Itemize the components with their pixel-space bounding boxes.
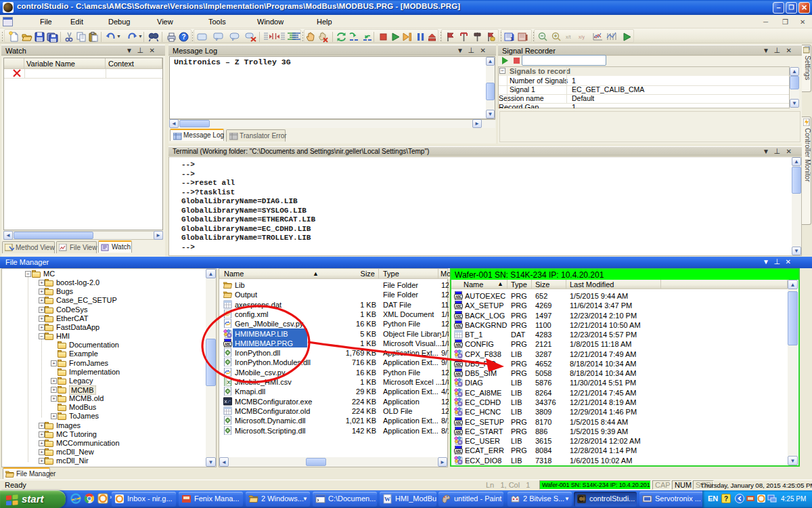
svg-text:1: 1: [510, 36, 514, 42]
svg-text:e: e: [74, 494, 77, 503]
svg-text:ABC: ABC: [455, 343, 462, 347]
svg-text:W: W: [384, 496, 390, 503]
svg-text:ABC: ABC: [455, 429, 462, 433]
svg-text:x/y: x/y: [579, 35, 585, 40]
svg-text:x/t: x/t: [566, 35, 570, 39]
svg-text:ABC: ABC: [455, 323, 462, 327]
svg-text:ABC: ABC: [455, 420, 462, 424]
svg-text:ABC: ABC: [455, 362, 462, 366]
svg-text:ABC: ABC: [455, 372, 462, 376]
svg-text:ABC: ABC: [225, 341, 231, 345]
svg-text:ABC: ABC: [455, 314, 462, 318]
svg-text:ABC: ABC: [455, 449, 462, 453]
svg-text:X: X: [227, 379, 231, 385]
svg-text:?: ?: [181, 33, 185, 41]
svg-text:ABC: ABC: [455, 304, 462, 308]
svg-text:ABC: ABC: [455, 295, 462, 299]
